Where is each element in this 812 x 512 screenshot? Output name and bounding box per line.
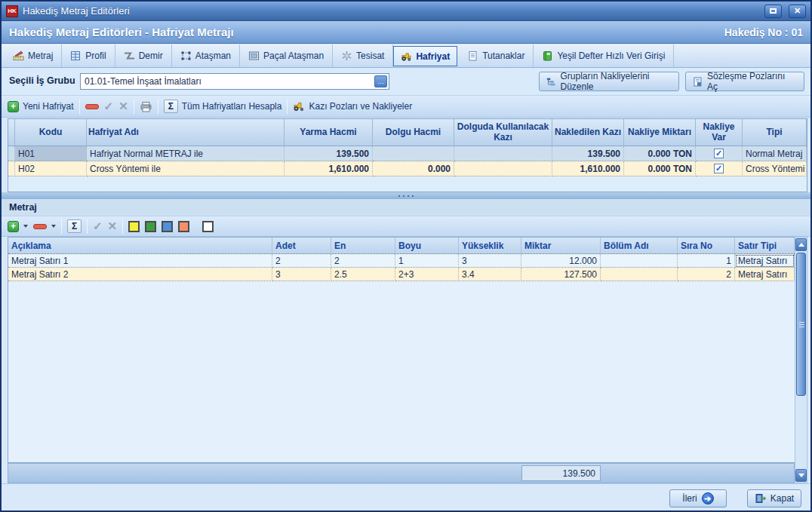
hafriyat-row-h01[interactable]: H01 Hafriyat Normal METRAJ ile 139.500 1… [8, 146, 807, 161]
color-swatch-blue[interactable] [161, 221, 173, 232]
cell-sira-no[interactable]: 2 [678, 268, 735, 281]
yeni-hafriyat-button[interactable]: + Yeni Hafriyat [8, 101, 74, 112]
apply-icon[interactable]: ✓ [104, 100, 114, 113]
add-dropdown-icon[interactable] [23, 225, 28, 228]
cell-hafriyat-adi[interactable]: Cross Yöntemi ile [87, 161, 285, 176]
checkbox-checked-icon[interactable]: ✓ [714, 149, 724, 158]
cell-boyu[interactable]: 2+3 [395, 268, 459, 281]
cell-tipi[interactable]: Normal Metraj [743, 146, 807, 161]
cell-dolguda-kazi[interactable] [454, 146, 552, 161]
color-swatch-white[interactable] [202, 221, 214, 232]
column-header-nakliye-miktari[interactable]: Nakliye Miktarı [624, 119, 696, 146]
cell-dolguda-kazi[interactable] [454, 161, 552, 176]
cell-nakliye-var[interactable]: ✓ [696, 146, 743, 161]
tab-demir[interactable]: Demir [115, 44, 172, 67]
cancel-icon[interactable]: ✕ [118, 100, 128, 113]
color-swatch-yellow[interactable] [128, 221, 140, 232]
color-swatch-orange[interactable] [178, 221, 189, 232]
cell-boyu[interactable]: 1 [395, 254, 459, 268]
delete-hafriyat-button[interactable] [85, 104, 99, 109]
panel-splitter[interactable] [2, 192, 810, 199]
column-header-en[interactable]: En [331, 238, 395, 253]
remove-metraj-row-button[interactable] [33, 224, 56, 229]
column-header-bolum-adi[interactable]: Bölüm Adı [601, 238, 678, 253]
cell-adet[interactable]: 2 [272, 254, 331, 268]
column-header-tipi[interactable]: Tipi [743, 119, 807, 146]
hafriyat-row-h02[interactable]: H02 Cross Yöntemi ile 1,610.000 0.000 1,… [8, 161, 807, 176]
column-header-yarma-hacmi[interactable]: Yarma Hacmi [285, 119, 373, 146]
scroll-up-button[interactable] [795, 238, 807, 251]
cell-kodu[interactable]: H02 [15, 161, 87, 176]
kazi-pozlari-button[interactable]: Kazı Pozları ve Nakliyeler [293, 101, 412, 112]
cell-nakliye-var[interactable]: ✓ [696, 161, 743, 176]
tab-tesisat[interactable]: Tesisat [333, 44, 393, 67]
cell-sira-no[interactable]: 1 [678, 254, 735, 268]
cell-yarma-hacmi[interactable]: 1,610.000 [285, 161, 373, 176]
column-header-miktar[interactable]: Miktar [521, 238, 601, 253]
cell-aciklama[interactable]: Metraj Satırı 2 [8, 268, 272, 281]
cell-satir-tipi[interactable]: Metraj Satırı [735, 268, 795, 281]
cell-nakledilen-kazi[interactable]: 1,610.000 [552, 161, 624, 176]
tum-hafriyatlari-hesapla-button[interactable]: Σ Tüm Hafriyatları Hesapla [164, 100, 282, 113]
column-header-dolgu-hacmi[interactable]: Dolgu Hacmi [373, 119, 454, 146]
column-header-sira-no[interactable]: Sıra No [678, 238, 735, 253]
column-header-yukseklik[interactable]: Yükseklik [459, 238, 521, 253]
column-header-boyu[interactable]: Boyu [395, 238, 459, 253]
sum-button[interactable]: Σ [67, 219, 82, 233]
cell-miktar[interactable]: 12.000 [521, 254, 601, 268]
tab-pacal-atasman[interactable]: Paçal Ataşman [240, 44, 333, 67]
cell-yukseklik[interactable]: 3 [459, 254, 521, 268]
column-header-nakliye-var[interactable]: Nakliye Var [696, 119, 743, 146]
cell-bolum-adi[interactable] [601, 268, 678, 281]
cell-nakliye-miktari[interactable]: 0.000 TON [624, 161, 696, 176]
cell-nakledilen-kazi[interactable]: 139.500 [552, 146, 624, 161]
tab-hafriyat[interactable]: Hafriyat [393, 46, 457, 66]
cell-dolgu-hacmi[interactable]: 0.000 [373, 161, 454, 176]
sozlesme-pozlarini-ac-button[interactable]: Sözleşme Pozlarını Aç [685, 72, 804, 91]
tab-tutanaklar[interactable]: Tutanaklar [459, 44, 534, 67]
metraj-row-1[interactable]: Metraj Satırı 1 2 2 1 3 12.000 1 Metraj … [8, 254, 795, 268]
cell-en[interactable]: 2.5 [331, 268, 395, 281]
cell-satir-tipi[interactable]: Metraj Satırı [735, 254, 795, 268]
cell-aciklama[interactable]: Metraj Satırı 1 [8, 254, 272, 268]
cell-bolum-adi[interactable] [601, 254, 678, 268]
remove-dropdown-icon[interactable] [51, 225, 56, 228]
apply-icon[interactable]: ✓ [93, 219, 103, 233]
combo-ellipsis-button[interactable]: … [374, 75, 387, 87]
tab-metraj[interactable]: Metraj [5, 44, 62, 67]
add-metraj-row-button[interactable]: + [8, 221, 28, 232]
cell-miktar[interactable]: 127.500 [521, 268, 601, 281]
cell-tipi[interactable]: Cross Yöntemi [743, 161, 807, 176]
cell-en[interactable]: 2 [331, 254, 395, 268]
scroll-down-button[interactable] [795, 469, 807, 482]
kapat-button[interactable]: Kapat [747, 489, 801, 507]
print-button[interactable] [140, 101, 152, 112]
column-header-satir-tipi[interactable]: Satır Tipi [735, 238, 795, 253]
column-header-kodu[interactable]: Kodu [15, 119, 87, 146]
tab-yesil-defter[interactable]: Yeşil Defter Hızlı Veri Girişi [534, 44, 674, 67]
checkbox-checked-icon[interactable]: ✓ [714, 164, 724, 173]
column-header-adet[interactable]: Adet [272, 238, 331, 253]
cancel-icon[interactable]: ✕ [108, 219, 118, 233]
scrollbar-thumb[interactable] [796, 253, 806, 396]
cell-yukseklik[interactable]: 3.4 [459, 268, 521, 281]
cell-hafriyat-adi[interactable]: Hafriyat Normal METRAJ ile [87, 146, 285, 161]
column-header-hafriyat-adi[interactable]: Hafriyat Adı [87, 119, 285, 146]
column-header-dolguda-kazi[interactable]: Dolguda Kullanılacak Kazı [454, 119, 552, 146]
close-button[interactable]: ✕ [789, 5, 806, 18]
vertical-scrollbar[interactable] [795, 237, 807, 483]
tab-profil[interactable]: Profil [62, 44, 115, 67]
column-header-aciklama[interactable]: Açıklama [8, 238, 272, 253]
cell-adet[interactable]: 3 [272, 268, 331, 281]
maximize-button[interactable] [764, 5, 782, 18]
cell-nakliye-miktari[interactable]: 0.000 TON [624, 146, 696, 161]
cell-kodu[interactable]: H01 [15, 146, 87, 161]
cell-yarma-hacmi[interactable]: 139.500 [285, 146, 373, 161]
column-header-nakledilen-kazi[interactable]: Nakledilen Kazı [552, 119, 624, 146]
tab-atasman[interactable]: Ataşman [172, 44, 240, 67]
is-grubu-combo[interactable]: 01.01-Temel İnşaat İmalatları … [80, 73, 389, 90]
ileri-button[interactable]: İleri ➔ [669, 489, 727, 507]
metraj-row-2[interactable]: Metraj Satırı 2 3 2.5 2+3 3.4 127.500 2 … [8, 268, 795, 281]
gruplarin-nakliyelerini-duzenle-button[interactable]: Grupların Nakliyelerini Düzenle [539, 72, 679, 91]
color-swatch-green[interactable] [145, 221, 156, 232]
